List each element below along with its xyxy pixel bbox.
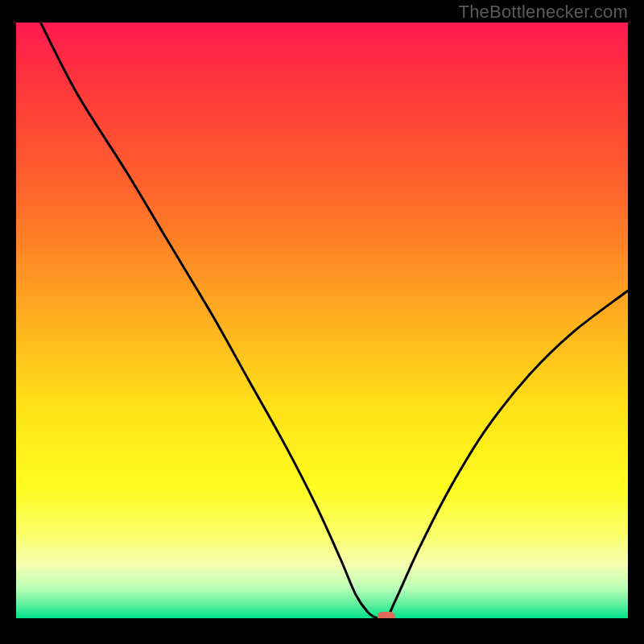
- chart-background: [16, 23, 628, 618]
- bottleneck-chart: [16, 23, 628, 618]
- chart-container: TheBottlenecker.com: [0, 0, 644, 644]
- sweet-spot-marker: [378, 612, 395, 618]
- chart-svg: [16, 23, 628, 618]
- watermark-text: TheBottlenecker.com: [459, 2, 628, 23]
